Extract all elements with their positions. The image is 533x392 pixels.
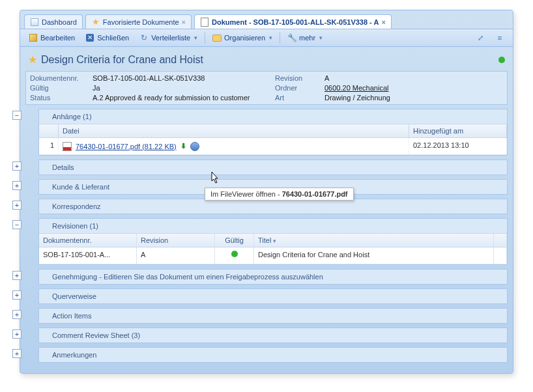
tab-label: Dokument - SOB-17-105-001-ALL-SK-051V338… <box>212 18 379 26</box>
prop-value: SOB-17-105-001-ALL-SK-051V338 <box>93 74 271 82</box>
panel-title: Anhänge (1) <box>52 113 92 120</box>
col-header[interactable]: Revision <box>137 234 215 247</box>
col-header[interactable]: Dokumentennr. <box>39 234 137 247</box>
refresh-icon: ↻ <box>139 33 149 42</box>
prop-label: Status <box>30 94 89 102</box>
details-panel: Details <box>38 160 508 175</box>
tab-favorites[interactable]: ★ Favorisierte Dokumente × <box>85 14 192 29</box>
panel-header[interactable]: Comment Review Sheet (3) <box>39 328 507 343</box>
row-index: 1 <box>39 138 59 154</box>
folder-icon <box>212 33 222 42</box>
chevron-down-icon: ▾ <box>194 35 197 41</box>
panel-toggle[interactable]: + <box>12 290 22 300</box>
separator <box>280 32 280 44</box>
cell: SOB-17-105-001-A... <box>39 247 137 264</box>
toolbar: Bearbeiten ✕ Schließen ↻ Verteilerliste … <box>20 29 513 47</box>
col-header[interactable]: Titel▾ <box>254 234 494 247</box>
tab-close-icon[interactable]: × <box>182 18 186 26</box>
chevron-down-icon: ▾ <box>319 35 323 41</box>
prop-label: Art <box>275 94 321 102</box>
panel-title: Kunde & Lieferant <box>52 183 109 191</box>
prop-value: Drawing / Zeichnung <box>324 94 503 102</box>
settings-button[interactable]: ≡ <box>491 31 509 45</box>
button-label: Organisieren <box>224 34 265 42</box>
panel-header[interactable]: Anhänge (1) <box>39 109 507 124</box>
panel-header[interactable]: Genehmigung - Editieren Sie das Dokument… <box>39 270 507 284</box>
col-header[interactable]: Gültig <box>215 234 254 247</box>
pdf-icon <box>63 142 72 151</box>
download-icon[interactable]: ⬇ <box>180 142 186 150</box>
tab-document[interactable]: Dokument - SOB-17-105-001-ALL-SK-051V338… <box>194 14 392 29</box>
panel-title: Comment Review Sheet (3) <box>52 331 140 339</box>
panel-toggle[interactable]: − <box>12 111 22 120</box>
tooltip-text: Im FileViewer öffnen - <box>210 190 282 198</box>
comment-panel: Comment Review Sheet (3) <box>38 328 508 343</box>
prop-value: A.2 Approved & ready for submission to c… <box>93 94 271 102</box>
prop-value: Ja <box>93 84 271 92</box>
panel-header[interactable]: Revisionen (1) <box>39 219 507 233</box>
tab-close-icon[interactable]: × <box>381 18 385 26</box>
panel-header[interactable]: Korrespondenz <box>39 199 507 214</box>
sort-icon: ▾ <box>273 238 276 244</box>
table-row[interactable]: SOB-17-105-001-A... A Design Criteria fo… <box>39 247 507 264</box>
favorite-star-icon[interactable]: ★ <box>28 53 37 66</box>
separator <box>205 32 205 44</box>
chevron-down-icon: ▾ <box>269 35 272 41</box>
panel-toggle[interactable]: + <box>12 349 22 358</box>
tab-strip: Dashboard ★ Favorisierte Dokumente × Dok… <box>20 10 513 29</box>
actionitems-panel: Action Items <box>38 308 508 324</box>
revisions-panel: Revisionen (1) Dokumentennr. Revision Gü… <box>38 218 508 265</box>
close-icon: ✕ <box>85 33 94 42</box>
col-header[interactable]: Datei <box>59 124 409 137</box>
organize-button[interactable]: Organisieren ▾ <box>208 31 277 45</box>
panel-header[interactable]: Action Items <box>39 309 507 323</box>
folder-link[interactable]: 0600.20 Mechanical <box>324 84 503 92</box>
panel-title: Details <box>52 163 74 171</box>
prop-value: A <box>324 74 503 82</box>
panel-header[interactable]: Anmerkungen <box>39 348 507 362</box>
cell-date: 02.12.2013 13:10 <box>409 138 507 154</box>
maximize-icon: ⤢ <box>476 33 485 42</box>
panel-toggle[interactable]: + <box>12 181 22 190</box>
edit-button[interactable]: Bearbeiten <box>24 31 79 45</box>
status-indicator <box>498 57 505 63</box>
file-link[interactable]: 76430-01-01677.pdf (81.22 KB) <box>76 143 177 150</box>
panel-toggle[interactable]: + <box>12 329 22 339</box>
tab-label: Dashboard <box>42 18 77 26</box>
panel-title: Querverweise <box>52 292 96 300</box>
close-button[interactable]: ✕ Schließen <box>81 31 134 45</box>
panel-title: Korrespondenz <box>52 203 101 210</box>
cell <box>215 247 254 264</box>
tooltip: Im FileViewer öffnen - 76430-01-01677.pd… <box>205 188 354 201</box>
col-menu[interactable] <box>494 234 507 247</box>
cell: Design Criteria for Crane and Hoist <box>254 247 494 264</box>
title-row: ★ Design Criteria for Crane and Hoist <box>25 52 508 71</box>
edit-icon <box>29 33 38 42</box>
tooltip-file: 76430-01-01677.pdf <box>282 190 348 198</box>
prop-label: Revision <box>275 74 321 82</box>
button-label: Verteilerliste <box>151 34 190 42</box>
panel-toggle[interactable]: + <box>12 201 22 210</box>
table-row[interactable]: 1 76430-01-01677.pdf (81.22 KB) ⬇ 02.12.… <box>39 138 507 155</box>
more-button[interactable]: 🔧 mehr ▾ <box>283 31 327 45</box>
button-label: Schließen <box>97 34 129 42</box>
attachments-grid: Datei Hinzugefügt am 1 76430-01-01677.pd… <box>39 124 507 155</box>
prop-label: Ordner <box>275 84 321 92</box>
gear-icon: ≡ <box>495 33 504 42</box>
tab-dashboard[interactable]: Dashboard <box>24 14 83 29</box>
crossref-panel: Querverweise <box>38 288 508 304</box>
panel-title: Action Items <box>52 312 92 320</box>
wrench-icon: 🔧 <box>287 33 296 42</box>
maximize-button[interactable]: ⤢ <box>471 31 489 45</box>
fileviewer-icon[interactable] <box>190 142 199 151</box>
approval-panel: Genehmigung - Editieren Sie das Dokument… <box>38 269 508 285</box>
panel-toggle[interactable]: + <box>12 161 22 171</box>
col-header[interactable]: Hinzugefügt am <box>409 124 507 137</box>
document-title: Design Criteria for Crane and Hoist <box>41 54 498 66</box>
panel-header[interactable]: Details <box>39 160 507 175</box>
distribution-list-button[interactable]: ↻ Verteilerliste ▾ <box>135 31 202 45</box>
panel-header[interactable]: Querverweise <box>39 289 507 303</box>
panel-toggle[interactable]: − <box>12 220 22 229</box>
panel-toggle[interactable]: + <box>12 271 22 280</box>
panel-toggle[interactable]: + <box>12 310 22 319</box>
